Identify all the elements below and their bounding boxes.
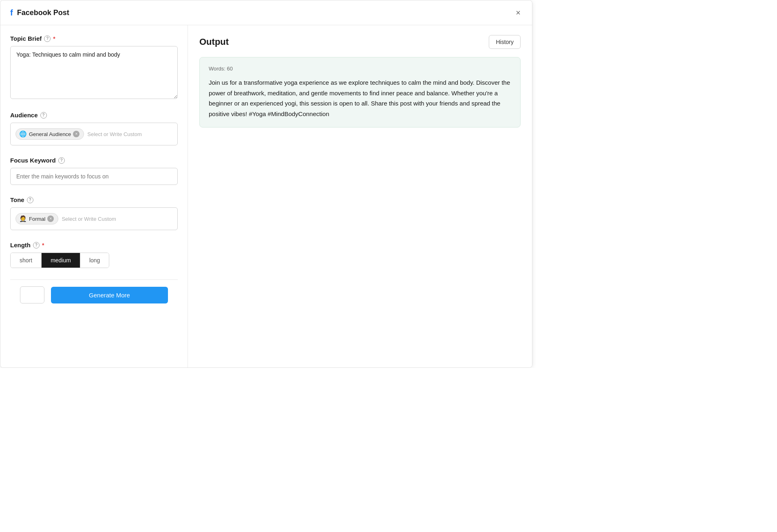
history-button[interactable]: History — [489, 35, 521, 49]
audience-tag-emoji: 🌐 — [19, 130, 27, 138]
output-header: Output History — [199, 35, 521, 49]
audience-tag: 🌐 General Audience × — [15, 128, 84, 140]
audience-input-box[interactable]: 🌐 General Audience × Select or Write Cus… — [10, 123, 178, 145]
tone-input-box[interactable]: 🤵 Formal × Select or Write Custom — [10, 207, 178, 230]
topic-brief-label-text: Topic Brief — [10, 35, 42, 42]
count-input[interactable] — [20, 292, 44, 298]
tone-label-text: Tone — [10, 196, 24, 203]
focus-keyword-label-text: Focus Keyword — [10, 157, 56, 164]
audience-placeholder: Select or Write Custom — [87, 131, 141, 137]
header-left: f Facebook Post — [10, 8, 69, 18]
length-buttons-group: short medium long — [10, 253, 109, 268]
output-title: Output — [199, 37, 229, 47]
audience-label: Audience ? — [10, 112, 178, 119]
word-count: Words: 60 — [209, 66, 511, 72]
length-required: * — [42, 242, 44, 248]
length-section: Length ? * short medium long — [10, 242, 178, 268]
tone-help-icon[interactable]: ? — [27, 197, 33, 203]
tone-section: Tone ? 🤵 Formal × Select or Write Custom — [10, 196, 178, 230]
topic-brief-section: Topic Brief ? * — [10, 35, 178, 100]
length-medium-button[interactable]: medium — [42, 253, 80, 268]
length-label: Length ? * — [10, 242, 178, 248]
focus-keyword-input[interactable] — [10, 168, 178, 185]
right-panel: Output History Words: 60 Join us for a t… — [188, 25, 532, 367]
topic-brief-help-icon[interactable]: ? — [44, 35, 51, 42]
topic-brief-required: * — [53, 35, 55, 42]
bottom-bar: ▲ ▼ Generate More — [10, 279, 178, 310]
close-button[interactable]: × — [514, 7, 522, 18]
topic-brief-input[interactable] — [10, 46, 178, 99]
topic-brief-label: Topic Brief ? * — [10, 35, 178, 42]
tone-tag-text: Formal — [29, 216, 45, 222]
page-title: Facebook Post — [17, 9, 69, 17]
length-long-button[interactable]: long — [80, 253, 109, 268]
left-panel: Topic Brief ? * Audience ? 🌐 General Aud… — [0, 25, 188, 367]
audience-tag-text: General Audience — [29, 131, 71, 137]
focus-keyword-section: Focus Keyword ? — [10, 157, 178, 185]
tone-tag: 🤵 Formal × — [15, 213, 58, 224]
count-stepper[interactable]: ▲ ▼ — [20, 286, 44, 303]
tone-tag-emoji: 🤵 — [19, 215, 27, 222]
tone-label: Tone ? — [10, 196, 178, 203]
focus-keyword-label: Focus Keyword ? — [10, 157, 178, 164]
main-layout: Topic Brief ? * Audience ? 🌐 General Aud… — [0, 25, 532, 367]
app-window: f Facebook Post × Topic Brief ? * Audien… — [0, 0, 532, 368]
generate-more-button[interactable]: Generate More — [51, 287, 168, 303]
length-label-text: Length — [10, 242, 31, 248]
output-card: Words: 60 Join us for a transformative y… — [199, 57, 521, 128]
facebook-icon: f — [10, 8, 13, 18]
audience-tag-remove[interactable]: × — [73, 131, 79, 137]
length-help-icon[interactable]: ? — [33, 242, 40, 248]
header: f Facebook Post × — [0, 0, 532, 25]
audience-label-text: Audience — [10, 112, 38, 119]
tone-tag-remove[interactable]: × — [47, 215, 54, 222]
audience-help-icon[interactable]: ? — [40, 112, 47, 119]
tone-placeholder: Select or Write Custom — [62, 216, 116, 222]
focus-keyword-help-icon[interactable]: ? — [58, 157, 65, 164]
output-text: Join us for a transformative yoga experi… — [209, 77, 511, 119]
audience-section: Audience ? 🌐 General Audience × Select o… — [10, 112, 178, 145]
length-short-button[interactable]: short — [11, 253, 42, 268]
